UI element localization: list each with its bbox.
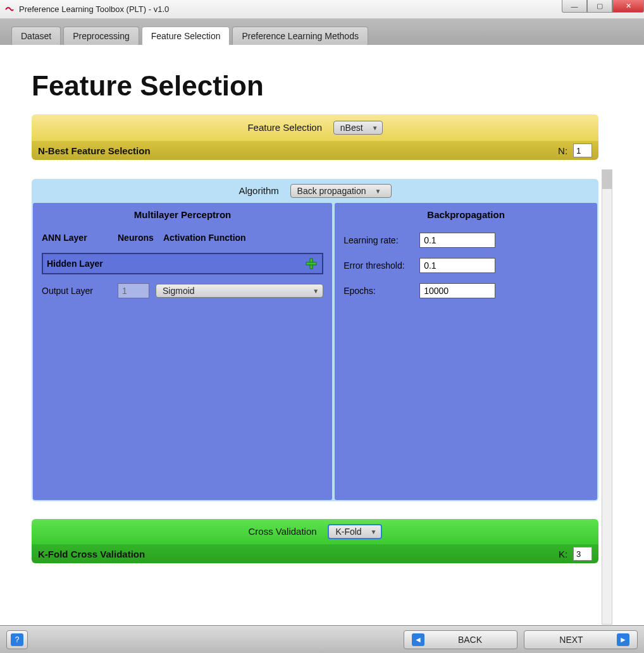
k-input[interactable] <box>573 547 592 561</box>
chevron-down-icon: ▼ <box>313 288 319 295</box>
page-title: Feature Selection <box>32 70 612 102</box>
back-button[interactable]: ◄ BACK <box>404 630 517 649</box>
feature-selection-section: Feature Selection nBest ▼ N-Best Feature… <box>32 114 598 160</box>
output-layer-label: Output Layer <box>42 286 111 296</box>
algorithm-value: Back propagation <box>297 186 366 196</box>
tab-feature-selection[interactable]: Feature Selection <box>142 27 230 45</box>
algorithm-label: Algorithm <box>238 185 278 196</box>
chevron-down-icon: ▼ <box>375 188 381 195</box>
feature-selection-label: Feature Selection <box>247 122 322 133</box>
cv-label: Cross Validation <box>248 526 316 537</box>
next-button[interactable]: NEXT ► <box>524 630 638 649</box>
content-area: Feature Selection Feature Selection nBes… <box>0 45 644 636</box>
activation-dropdown[interactable]: Sigmoid ▼ <box>156 284 323 298</box>
tab-preprocessing[interactable]: Preprocessing <box>63 27 139 45</box>
arrow-right-icon: ► <box>617 633 629 646</box>
window-title: Preference Learning Toolbox (PLT) - v1.0 <box>19 4 169 14</box>
mlp-title: Multilayer Perceptron <box>42 209 323 220</box>
cv-dropdown[interactable]: K-Fold ▼ <box>328 524 381 539</box>
activation-value: Sigmoid <box>163 286 195 296</box>
n-input[interactable] <box>573 143 592 157</box>
backprop-panel: Backpropagation Learning rate: Error thr… <box>335 203 597 500</box>
hidden-layer-row[interactable]: Hidden Layer <box>42 253 323 274</box>
tab-strip: Dataset Preprocessing Feature Selection … <box>0 19 644 45</box>
mlp-panel: Multilayer Perceptron ANN Layer Neurons … <box>33 203 332 500</box>
title-bar: Preference Learning Toolbox (PLT) - v1.0… <box>0 0 644 19</box>
cross-validation-section: Cross Validation K-Fold ▼ K-Fold Cross V… <box>32 519 598 563</box>
arrow-left-icon: ◄ <box>412 633 424 646</box>
help-button[interactable]: ? <box>6 630 28 649</box>
chevron-down-icon: ▼ <box>372 125 378 131</box>
feature-selection-value: nBest <box>340 123 363 133</box>
error-threshold-label: Error threshold: <box>344 260 419 271</box>
learning-rate-input[interactable] <box>419 233 495 248</box>
app-icon <box>4 4 15 15</box>
backprop-title: Backpropagation <box>344 209 588 220</box>
output-layer-row: Output Layer 1 Sigmoid ▼ <box>42 283 323 298</box>
bottom-bar: ? ◄ BACK NEXT ► <box>0 625 644 653</box>
chevron-down-icon: ▼ <box>371 528 377 535</box>
help-icon: ? <box>11 633 23 646</box>
next-label: NEXT <box>532 635 610 645</box>
cv-value: K-Fold <box>335 527 361 537</box>
scroll-thumb[interactable] <box>602 170 612 189</box>
error-threshold-input[interactable] <box>419 258 495 273</box>
minimize-button[interactable]: — <box>562 0 587 13</box>
epochs-input[interactable] <box>419 283 495 298</box>
back-label: BACK <box>431 635 509 645</box>
col-neurons: Neurons <box>118 233 163 243</box>
kfold-title: K-Fold Cross Validation <box>38 549 145 559</box>
maximize-button[interactable]: ▢ <box>587 0 612 13</box>
scrollbar[interactable] <box>602 169 612 625</box>
col-activation: Activation Function <box>163 233 323 243</box>
algorithm-section: Algorithm Back propagation ▼ Multilayer … <box>32 179 598 501</box>
add-layer-button[interactable] <box>304 257 318 271</box>
n-label: N: <box>558 145 567 156</box>
close-button[interactable]: ✕ <box>612 0 644 13</box>
hidden-layer-label: Hidden Layer <box>47 259 103 269</box>
col-ann-layer: ANN Layer <box>42 233 118 243</box>
tab-preference-learning-methods[interactable]: Preference Learning Methods <box>232 27 368 45</box>
algorithm-dropdown[interactable]: Back propagation ▼ <box>290 184 392 198</box>
tab-dataset[interactable]: Dataset <box>11 27 61 45</box>
k-label: K: <box>559 549 567 559</box>
nbest-title: N-Best Feature Selection <box>38 145 151 156</box>
svg-rect-1 <box>306 262 316 265</box>
learning-rate-label: Learning rate: <box>344 235 419 245</box>
epochs-label: Epochs: <box>344 286 419 296</box>
feature-selection-dropdown[interactable]: nBest ▼ <box>333 121 383 135</box>
output-neurons-input: 1 <box>118 283 149 298</box>
